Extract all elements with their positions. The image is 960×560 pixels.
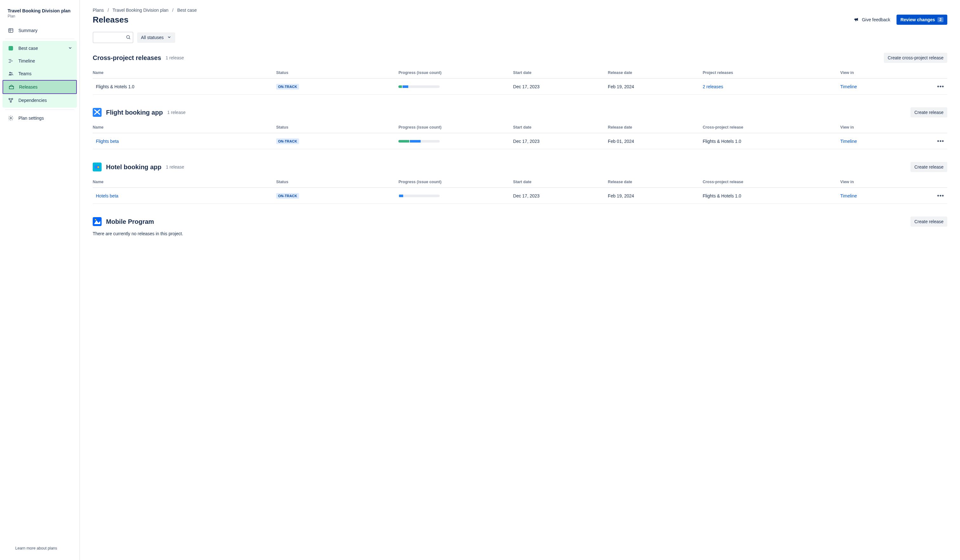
sidebar-item-timeline[interactable]: Timeline <box>3 54 77 67</box>
create-release-button[interactable]: Create release <box>910 107 947 117</box>
cell-name: Hotels beta <box>93 187 276 204</box>
release-table: NameStatusProgress (issue count)Start da… <box>93 122 947 149</box>
section-header-left: Cross-project releases1 release <box>93 54 184 62</box>
project-releases-link[interactable]: 2 releases <box>702 84 723 89</box>
page-header: Releases Give feedback Review changes 2 <box>93 14 947 25</box>
review-changes-button[interactable]: Review changes 2 <box>896 14 947 25</box>
column-header: Status <box>276 122 398 133</box>
progress-done <box>398 85 402 88</box>
release-name-link[interactable]: Flights beta <box>96 139 119 144</box>
column-header: Release date <box>608 122 703 133</box>
empty-state-message: There are currently no releases in this … <box>93 231 947 236</box>
cell-project: 2 releases <box>702 78 840 94</box>
more-actions-button[interactable]: ••• <box>937 138 944 144</box>
cell-progress <box>398 78 513 94</box>
view-in-timeline-link[interactable]: Timeline <box>840 194 857 198</box>
sidebar-item-releases[interactable]: Releases <box>3 80 77 94</box>
progress-inprogress <box>410 140 421 142</box>
learn-more-link[interactable]: Learn more about plans <box>15 546 57 550</box>
section-header: Hotel booking app1 releaseCreate release <box>93 162 947 172</box>
create-release-button[interactable]: Create release <box>910 162 947 172</box>
cell-start-date: Dec 17, 2023 <box>513 78 608 94</box>
feedback-label: Give feedback <box>862 17 891 22</box>
svg-point-12 <box>10 117 12 119</box>
cell-view-in: Timeline <box>840 133 917 149</box>
cell-progress <box>398 187 513 204</box>
svg-point-13 <box>126 35 130 38</box>
releases-icon <box>8 84 14 90</box>
svg-point-6 <box>9 72 11 74</box>
release-name: Flights & Hotels 1.0 <box>96 84 134 89</box>
nav-label: Teams <box>18 71 31 76</box>
section-release-count: 1 release <box>166 165 184 170</box>
section-header: Cross-project releases1 releaseCreate cr… <box>93 53 947 63</box>
main-content: Plans / Travel Booking Division plan / B… <box>80 0 960 560</box>
progress-done <box>398 140 409 142</box>
view-in-timeline-link[interactable]: Timeline <box>840 84 857 89</box>
section-header-left: Flight booking app1 release <box>93 108 186 117</box>
toolbar: All statuses <box>93 32 947 43</box>
view-in-timeline-link[interactable]: Timeline <box>840 139 857 144</box>
section-release-count: 1 release <box>167 110 186 115</box>
create-release-button[interactable]: Create release <box>910 216 947 227</box>
breadcrumb-item[interactable]: Plans <box>93 8 104 13</box>
svg-point-7 <box>11 72 12 74</box>
megaphone-icon <box>854 16 859 23</box>
progress-bar <box>398 85 440 88</box>
gear-icon <box>8 115 14 121</box>
cell-release-date: Feb 19, 2024 <box>608 78 703 94</box>
teams-icon <box>8 70 14 77</box>
column-header: Start date <box>513 122 608 133</box>
column-header: Status <box>276 67 398 78</box>
table-row: Flights betaON-TRACKDec 17, 2023Feb 01, … <box>93 133 947 149</box>
release-name-link[interactable]: Hotels beta <box>96 194 118 198</box>
column-header <box>917 122 947 133</box>
column-header: Cross-project release <box>702 122 840 133</box>
project-icon <box>93 163 102 171</box>
cell-view-in: Timeline <box>840 187 917 204</box>
status-filter-dropdown[interactable]: All statuses <box>137 32 175 43</box>
cell-start-date: Dec 17, 2023 <box>513 187 608 204</box>
sidebar-item-dependencies[interactable]: Dependencies <box>3 94 77 107</box>
nav-label: Dependencies <box>18 98 47 103</box>
create-cross-project-release-button[interactable]: Create cross-project release <box>884 53 947 63</box>
project-icon <box>93 108 102 117</box>
more-actions-button[interactable]: ••• <box>937 192 944 199</box>
breadcrumb-item[interactable]: Travel Booking Division plan <box>112 8 168 13</box>
section-release-count: 1 release <box>166 55 184 60</box>
cell-release-date: Feb 01, 2024 <box>608 133 703 149</box>
progress-inprogress <box>403 85 408 88</box>
progress-bar <box>398 195 440 197</box>
dropdown-label: All statuses <box>141 35 164 40</box>
release-section-mobile: Mobile ProgramCreate releaseThere are cu… <box>93 216 947 236</box>
cell-status: ON-TRACK <box>276 78 398 94</box>
section-header-left: Hotel booking app1 release <box>93 163 184 171</box>
sidebar-item-scenario[interactable]: Best case <box>3 42 77 54</box>
plan-title: Travel Booking Division plan <box>8 8 72 13</box>
give-feedback-button[interactable]: Give feedback <box>854 16 891 23</box>
release-section-hotel: Hotel booking app1 releaseCreate release… <box>93 162 947 204</box>
nav-label: Timeline <box>18 58 35 64</box>
release-table: NameStatusProgress (issue count)Start da… <box>93 176 947 204</box>
column-header: Name <box>93 67 276 78</box>
plan-subtitle: Plan <box>8 14 72 18</box>
breadcrumb-item[interactable]: Best case <box>177 8 197 13</box>
project-icon <box>93 217 102 226</box>
section-header: Flight booking app1 releaseCreate releas… <box>93 107 947 117</box>
section-header: Mobile ProgramCreate release <box>93 216 947 227</box>
sidebar-header: Travel Booking Division plan Plan <box>3 6 77 22</box>
sidebar-item-teams[interactable]: Teams <box>3 67 77 80</box>
status-badge: ON-TRACK <box>276 138 299 144</box>
nav-label: Best case <box>18 46 38 51</box>
sidebar-item-summary[interactable]: Summary <box>3 24 77 37</box>
release-table: NameStatusProgress (issue count)Start da… <box>93 67 947 94</box>
more-actions-button[interactable]: ••• <box>937 83 944 90</box>
search-icon <box>126 35 131 41</box>
sidebar-item-plan-settings[interactable]: Plan settings <box>3 112 77 125</box>
svg-point-21 <box>95 219 96 221</box>
nav-label: Summary <box>18 28 37 33</box>
column-header: Project releases <box>702 67 840 78</box>
cell-start-date: Dec 17, 2023 <box>513 133 608 149</box>
column-header: View in <box>840 122 917 133</box>
column-header: Progress (issue count) <box>398 176 513 187</box>
